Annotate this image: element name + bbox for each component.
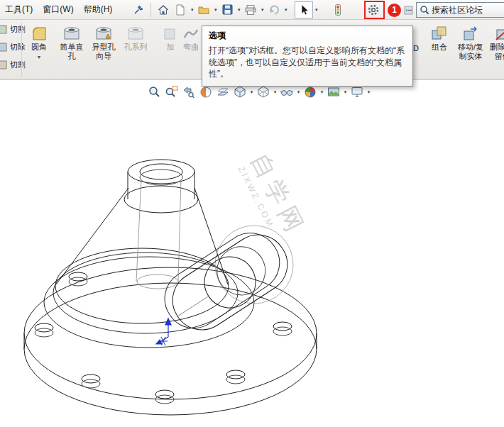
partial-feature-icon xyxy=(160,21,180,43)
flex-button: 弯曲 xyxy=(180,21,202,79)
dropdown-arrow-icon[interactable]: ▾ xyxy=(189,7,195,13)
previous-view-icon[interactable] xyxy=(180,84,197,101)
cropped-toolbar-icon[interactable] xyxy=(400,1,417,18)
dropdown-arrow-icon[interactable]: ▾ xyxy=(283,7,289,13)
toolbar-separator xyxy=(150,3,151,17)
model-canvas: 自学网 ZIXWZ.COM xyxy=(0,80,504,427)
fillet-icon xyxy=(23,21,55,43)
print-button[interactable] xyxy=(242,1,259,18)
dropdown-arrow-icon[interactable]: ▾ xyxy=(319,89,325,95)
fillet-button[interactable]: 圆角 ▼ xyxy=(23,21,55,79)
annotation-step-badge: 1 xyxy=(388,4,401,17)
delete-keep-body-button[interactable]: 删除/保 留体 xyxy=(487,21,504,79)
options-tooltip: 选项 打开“选项”对话框。您可以自定义影响所有文档的“系统选项”，也可以自定义仅… xyxy=(202,26,413,87)
dropdown-arrow-icon[interactable]: ▼ xyxy=(23,52,55,62)
new-document-button[interactable] xyxy=(172,1,189,18)
open-folder-button[interactable] xyxy=(195,1,212,18)
tooltip-title: 选项 xyxy=(209,30,406,42)
undo-button[interactable] xyxy=(265,1,283,18)
combine-button[interactable]: 组合 xyxy=(424,21,454,79)
menu-tools[interactable]: 工具(T) xyxy=(0,0,38,19)
dropdown-arrow-icon[interactable]: ▾ xyxy=(366,89,372,95)
flex-icon xyxy=(180,21,202,43)
simple-hole-button[interactable]: 简单直 孔 xyxy=(55,21,88,79)
move-copy-icon xyxy=(455,21,486,43)
tooltip-body: 打开“选项”对话框。您可以自定义影响所有文档的“系统选项”，也可以自定义仅适用于… xyxy=(209,45,406,80)
hole-series-icon xyxy=(119,21,152,43)
dropdown-arrow-icon[interactable]: ▾ xyxy=(259,7,265,13)
watermark: 自学网 ZIXWZ.COM xyxy=(235,149,311,247)
dropdown-arrow-icon[interactable]: ▾ xyxy=(212,7,219,13)
partial-feature-button: 加 xyxy=(160,21,180,79)
search-icon xyxy=(420,5,429,15)
hole-wizard-button[interactable]: 异型孔 向导 xyxy=(88,21,119,79)
annotation-highlight-box xyxy=(364,1,385,19)
dropdown-arrow-icon[interactable]: ▾ xyxy=(236,7,242,13)
graphics-viewport[interactable]: ▾ ▾ ▾ ▾ ▾ ▾ xyxy=(0,80,504,427)
ribbon-separator xyxy=(21,23,22,77)
dropdown-arrow-icon[interactable]: ▾ xyxy=(248,89,255,95)
select-tool-button[interactable] xyxy=(295,1,313,18)
delete-keep-icon xyxy=(487,21,504,43)
dropdown-arrow-icon[interactable]: ▾ xyxy=(295,89,302,95)
home-button[interactable] xyxy=(155,1,172,18)
hole-series-button: 孔系列 xyxy=(119,21,152,79)
solidworks-window: 工具(T) 窗口(W) 帮助(H) ▾ ▾ ▾ ▾ ▾ ▾ xyxy=(0,0,504,427)
save-button[interactable] xyxy=(219,1,236,18)
pushpin-icon[interactable] xyxy=(130,1,147,18)
search-placeholder: 搜索社区论坛 xyxy=(432,4,483,16)
zoom-fit-icon[interactable] xyxy=(146,84,163,101)
dropdown-arrow-icon[interactable]: ▾ xyxy=(272,89,278,95)
menu-help[interactable]: 帮助(H) xyxy=(79,0,118,19)
move-copy-body-button[interactable]: 移动/复 制实体 xyxy=(455,21,486,79)
menu-window[interactable]: 窗口(W) xyxy=(38,0,78,19)
dropdown-arrow-icon[interactable]: ▾ xyxy=(342,89,349,95)
rebuild-button[interactable] xyxy=(329,1,346,18)
hole-wizard-icon xyxy=(88,21,119,43)
top-toolbar: 工具(T) 窗口(W) 帮助(H) ▾ ▾ ▾ ▾ ▾ ▾ xyxy=(0,0,504,20)
combine-icon xyxy=(424,21,454,43)
community-search-input[interactable]: 搜索社区论坛 xyxy=(416,2,504,18)
zoom-area-icon[interactable] xyxy=(163,84,180,101)
dropdown-arrow-icon[interactable]: ▾ xyxy=(313,7,319,13)
simple-hole-icon xyxy=(55,21,88,43)
